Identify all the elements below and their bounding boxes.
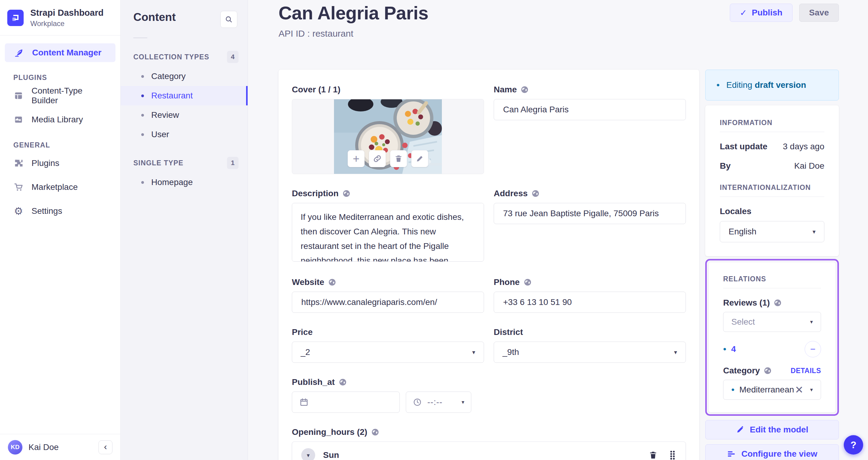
information-title: INFORMATION bbox=[720, 119, 824, 127]
category-field-label: Category bbox=[723, 366, 772, 375]
delete-media-button[interactable] bbox=[390, 150, 407, 167]
subnav-item-label: User bbox=[151, 130, 169, 139]
bullet-icon bbox=[141, 133, 144, 136]
price-field-label: Price bbox=[292, 327, 484, 337]
globe-icon bbox=[531, 189, 540, 198]
chevron-down-icon: ▾ bbox=[462, 399, 464, 405]
by-row: By Kai Doe bbox=[720, 161, 824, 171]
opening-hours-component: ▾ Sun bbox=[292, 441, 686, 460]
group-label-collection-types: COLLECTION TYPES bbox=[133, 53, 210, 61]
subnav-item-review[interactable]: Review bbox=[121, 105, 248, 125]
last-update-row: Last update 3 days ago bbox=[720, 142, 824, 152]
locales-label: Locales bbox=[720, 206, 824, 216]
drag-handle[interactable] bbox=[669, 450, 677, 460]
name-input[interactable] bbox=[494, 99, 686, 120]
address-field-label: Address bbox=[494, 189, 686, 198]
information-card: INFORMATION Last update 3 days ago By Ka… bbox=[705, 105, 839, 256]
district-select[interactable]: _9th ▾ bbox=[494, 341, 686, 363]
group-label-single-type: SINGLE TYPE bbox=[133, 159, 183, 167]
divider bbox=[133, 38, 147, 38]
main-content: Can Alegria Paris API ID : restaurant ✓ … bbox=[248, 0, 868, 460]
category-relation-select[interactable]: • Mediterranean ✕ ▾ bbox=[723, 380, 821, 400]
help-button[interactable]: ? bbox=[844, 435, 863, 455]
puzzle-icon bbox=[13, 158, 24, 168]
sidebar-item-media-library[interactable]: Media Library bbox=[0, 107, 120, 131]
price-select[interactable]: _2 ▾ bbox=[292, 341, 484, 363]
website-input[interactable] bbox=[292, 292, 484, 313]
configure-view-button[interactable]: Configure the view bbox=[705, 444, 839, 460]
sidebar-item-content-manager[interactable]: Content Manager bbox=[5, 43, 116, 62]
subnav-item-homepage[interactable]: Homepage bbox=[121, 173, 248, 192]
review-relation-item[interactable]: • 4 bbox=[723, 344, 736, 354]
drag-dots-icon bbox=[669, 450, 677, 460]
calendar-icon bbox=[300, 398, 309, 407]
plus-icon: + bbox=[353, 152, 360, 165]
subnav-item-restaurant[interactable]: Restaurant bbox=[121, 86, 248, 105]
chevron-down-icon: ▾ bbox=[307, 452, 310, 459]
relations-title: RELATIONS bbox=[723, 275, 821, 283]
publish-at-date-input[interactable] bbox=[292, 392, 400, 413]
description-field-label: Description bbox=[292, 189, 484, 198]
reviews-relation-select[interactable]: Select ▾ bbox=[723, 312, 821, 332]
strapi-dashboard-page: Strapi Dashboard Workplace Content Manag… bbox=[0, 0, 868, 460]
remove-relation-button[interactable]: − bbox=[805, 341, 821, 357]
address-input[interactable] bbox=[494, 203, 686, 224]
delete-row-button[interactable] bbox=[649, 451, 658, 460]
locale-select[interactable]: English ▾ bbox=[720, 221, 824, 242]
cover-field-label: Cover (1 / 1) bbox=[292, 85, 484, 95]
collapse-sidebar-button[interactable]: ‹ bbox=[98, 440, 113, 454]
globe-icon bbox=[328, 278, 336, 287]
close-icon[interactable]: ✕ bbox=[795, 385, 803, 395]
link-icon bbox=[373, 154, 382, 163]
website-field-label: Website bbox=[292, 277, 484, 287]
sidebar-item-label: Marketplace bbox=[32, 182, 78, 192]
status-dot-icon: • bbox=[731, 385, 735, 394]
edit-media-button[interactable] bbox=[411, 150, 428, 167]
sidebar-item-plugins[interactable]: Plugins bbox=[0, 151, 120, 175]
minus-icon: − bbox=[810, 344, 815, 354]
phone-input[interactable] bbox=[494, 292, 686, 313]
entry-form-card: Cover (1 / 1) bbox=[279, 70, 699, 460]
subnav-item-category[interactable]: Category bbox=[121, 67, 248, 86]
brand-title: Strapi Dashboard bbox=[30, 8, 104, 18]
brand: Strapi Dashboard Workplace bbox=[0, 0, 120, 35]
publish-at-time-input[interactable]: --:-- ▾ bbox=[406, 392, 471, 413]
sidebar-item-marketplace[interactable]: Marketplace bbox=[0, 175, 120, 199]
chevron-down-icon: ▾ bbox=[674, 349, 677, 356]
api-id-subtitle: API ID : restaurant bbox=[279, 29, 428, 39]
subnav-item-user[interactable]: User bbox=[121, 125, 248, 144]
globe-icon bbox=[339, 378, 347, 386]
category-value: Mediterranean bbox=[740, 385, 794, 395]
details-link[interactable]: DETAILS bbox=[791, 367, 821, 375]
cover-media-field[interactable]: + bbox=[292, 99, 484, 174]
layout-grid-icon bbox=[13, 91, 24, 101]
globe-icon bbox=[523, 278, 532, 287]
copy-link-button[interactable] bbox=[369, 150, 386, 167]
globe-icon bbox=[342, 189, 351, 198]
globe-icon bbox=[371, 428, 379, 436]
search-button[interactable] bbox=[220, 11, 237, 28]
chevron-down-icon: ▾ bbox=[810, 319, 813, 325]
opening-hours-row-title: Sun bbox=[323, 450, 339, 460]
accordion-toggle-button[interactable]: ▾ bbox=[301, 448, 315, 460]
search-icon bbox=[225, 15, 233, 23]
content-subnav: Content COLLECTION TYPES 4 Category Rest… bbox=[121, 0, 248, 460]
sidebar-item-content-type-builder[interactable]: Content-Type Builder bbox=[0, 84, 120, 107]
sidebar-item-settings[interactable]: ⚙ Settings bbox=[0, 199, 120, 223]
description-textarea[interactable]: If you like Mediterranean and exotic dis… bbox=[292, 203, 484, 262]
edit-model-button[interactable]: Edit the model bbox=[705, 420, 839, 439]
question-mark-icon: ? bbox=[850, 439, 857, 451]
nav-section-plugins: PLUGINS bbox=[0, 74, 120, 82]
draft-status-emphasis: draft version bbox=[755, 80, 806, 90]
add-media-button[interactable]: + bbox=[348, 150, 365, 167]
publish-button[interactable]: ✓ Publish bbox=[730, 4, 793, 22]
clock-icon bbox=[413, 398, 422, 407]
trash-icon bbox=[649, 451, 658, 460]
pencil-icon bbox=[415, 155, 424, 163]
subnav-item-label: Homepage bbox=[151, 177, 193, 187]
sidebar-item-label: Settings bbox=[32, 206, 62, 216]
status-dot-icon: • bbox=[716, 80, 720, 90]
subnav-item-label: Review bbox=[151, 110, 179, 120]
save-button[interactable]: Save bbox=[799, 4, 839, 22]
cart-icon bbox=[13, 182, 24, 192]
